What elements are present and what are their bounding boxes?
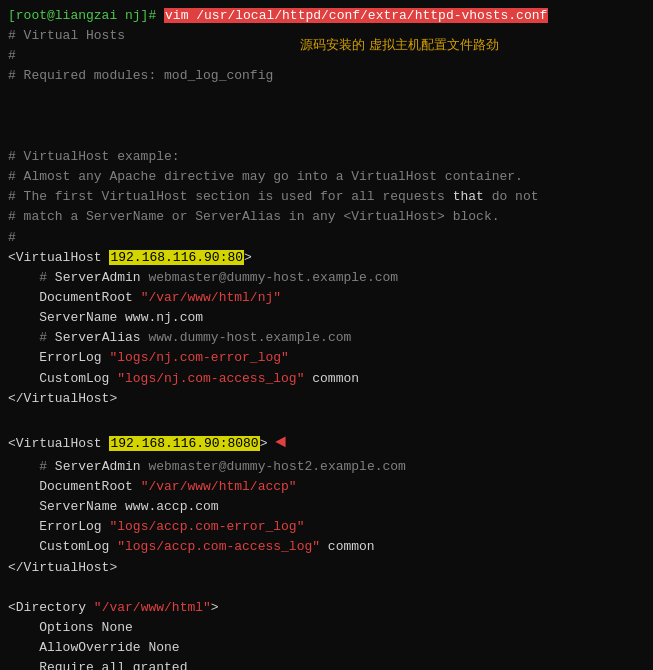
directory-require: Require all granted [8, 658, 645, 670]
vhost1-serveralias: # ServerAlias www.dummy-host.example.com [8, 328, 645, 348]
blank3 [8, 127, 645, 147]
terminal: [root@liangzai nj]# vim /usr/local/httpd… [0, 0, 653, 670]
vhost1-customlog: CustomLog "logs/nj.com-access_log" commo… [8, 369, 645, 389]
vhost2-customlog: CustomLog "logs/accp.com-access_log" com… [8, 537, 645, 557]
blank4 [8, 409, 645, 429]
blank5 [8, 578, 645, 598]
prompt: [root@liangzai nj]# [8, 8, 164, 23]
command-line: [root@liangzai nj]# vim /usr/local/httpd… [8, 6, 645, 26]
vhost1-serveradmin: # ServerAdmin webmaster@dummy-host.examp… [8, 268, 645, 288]
vhost2-servername: ServerName www.accp.com [8, 497, 645, 517]
comment-first: # The first VirtualHost section is used … [8, 187, 645, 207]
comment-almost: # Almost any Apache directive may go int… [8, 167, 645, 187]
vhost1-open: <VirtualHost 192.168.116.90:80> [8, 248, 645, 268]
blank2 [8, 107, 645, 127]
command-highlight: vim /usr/local/httpd/conf/extra/httpd-vh… [164, 8, 548, 23]
vhost2-serveradmin: # ServerAdmin webmaster@dummy-host2.exam… [8, 457, 645, 477]
comment-example: # VirtualHost example: [8, 147, 645, 167]
vhost1-docroot: DocumentRoot "/var/www/html/nj" [8, 288, 645, 308]
vhost1-servername: ServerName www.nj.com [8, 308, 645, 328]
vhost2-docroot: DocumentRoot "/var/www/html/accp" [8, 477, 645, 497]
directory-allowoverride: AllowOverride None [8, 638, 645, 658]
annotation-source-install: 源码安装的 虚拟主机配置文件路劲 [300, 36, 499, 54]
blank1 [8, 87, 645, 107]
comment-hash2: # [8, 228, 645, 248]
vhost1-close: </VirtualHost> [8, 389, 645, 409]
comment-required: # Required modules: mod_log_config [8, 66, 645, 86]
comment-match: # match a ServerName or ServerAlias in a… [8, 207, 645, 227]
directory-options: Options None [8, 618, 645, 638]
vhost1-errorlog: ErrorLog "logs/nj.com-error_log" [8, 348, 645, 368]
vhost2-close: </VirtualHost> [8, 558, 645, 578]
directory-open: <Directory "/var/www/html"> [8, 598, 645, 618]
vhost2-open: <VirtualHost 192.168.116.90:8080> ◄ [8, 429, 645, 457]
vhost2-errorlog: ErrorLog "logs/accp.com-error_log" [8, 517, 645, 537]
